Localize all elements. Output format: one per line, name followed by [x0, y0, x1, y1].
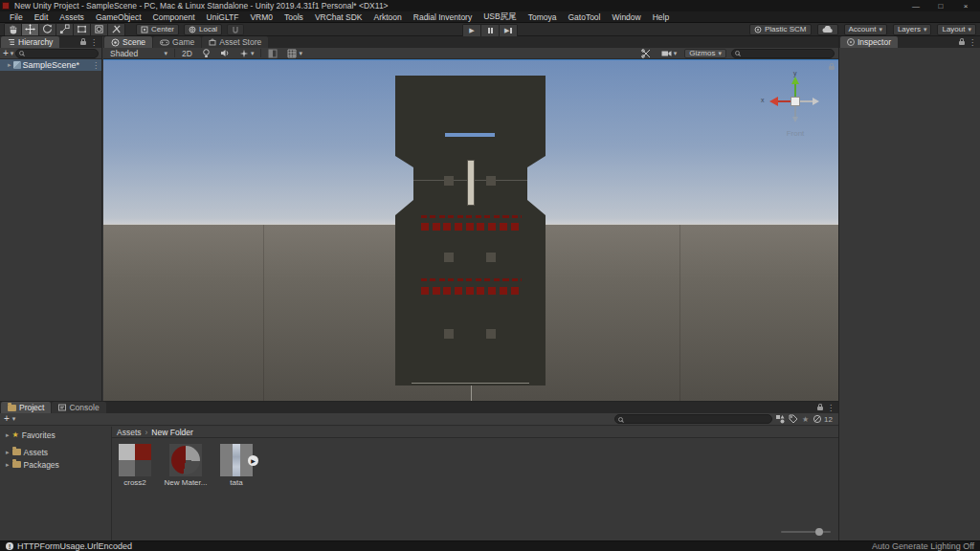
snap-settings-button[interactable]: [227, 24, 244, 35]
x-axis-handle[interactable]: [769, 97, 778, 106]
gizmos-dropdown[interactable]: Gizmos ▾: [684, 49, 726, 58]
add-asset-button[interactable]: +: [4, 415, 10, 423]
orientation-gizmo[interactable]: y x Front: [768, 74, 823, 129]
scale-tool-button[interactable]: [56, 24, 73, 35]
asset-item-tata[interactable]: ▶ tata: [217, 444, 256, 487]
menu-radial-inventory[interactable]: Radial Inventory: [408, 12, 478, 22]
scene-lighting-toggle[interactable]: [199, 49, 213, 58]
layout-dropdown[interactable]: Layout ▾: [937, 24, 976, 35]
scene-camera-dropdown[interactable]: ▾: [658, 50, 680, 57]
tab-scene[interactable]: Scene: [104, 36, 152, 48]
hierarchy-search-input[interactable]: [15, 49, 99, 58]
custom-tool-button[interactable]: [108, 24, 124, 35]
kebab-menu-icon[interactable]: ⋮: [827, 404, 835, 412]
view-orientation-label[interactable]: Front: [768, 129, 823, 138]
tab-game[interactable]: Game: [153, 36, 201, 48]
scene-visibility-toggle[interactable]: [265, 49, 280, 58]
tab-inspector[interactable]: Inspector: [840, 36, 898, 48]
menu-tomoya[interactable]: Tomoya: [523, 12, 563, 22]
neg-x-axis-handle[interactable]: [813, 98, 819, 105]
minimize-button[interactable]: —: [903, 0, 928, 11]
step-button[interactable]: ▶: [500, 25, 517, 36]
kebab-menu-icon[interactable]: ⋮: [90, 38, 98, 47]
orientation-toggle-button[interactable]: Local: [184, 24, 222, 35]
move-tool-button[interactable]: [22, 24, 38, 35]
info-icon[interactable]: !: [6, 542, 13, 550]
lock-icon[interactable]: [817, 407, 823, 410]
menu-file[interactable]: File: [4, 12, 29, 22]
z-axis-handle[interactable]: [792, 117, 798, 122]
tree-item-favorites[interactable]: ▸ ★ Favorites: [0, 429, 111, 441]
cloud-button[interactable]: [817, 24, 838, 35]
breadcrumb-assets[interactable]: Assets: [117, 428, 142, 437]
scene-tool-settings-button[interactable]: [638, 49, 654, 58]
hierarchy-item-samplescene[interactable]: ▸ SampleScene* ⋮: [0, 59, 101, 71]
pivot-toggle-button[interactable]: Center: [136, 24, 179, 35]
transform-tool-button[interactable]: [91, 24, 107, 35]
kebab-menu-icon[interactable]: ⋮: [969, 38, 976, 47]
pause-button[interactable]: [481, 25, 499, 36]
scene-viewport[interactable]: y x Front: [103, 59, 838, 401]
add-gameobject-button[interactable]: +: [3, 50, 9, 57]
menu-vrm0[interactable]: VRM0: [244, 12, 278, 22]
hidden-packages-toggle[interactable]: 12: [813, 414, 833, 424]
expand-arrow-icon[interactable]: ▸: [6, 449, 10, 456]
chevron-down-icon[interactable]: ▾: [11, 50, 14, 57]
kebab-menu-icon[interactable]: ⋮: [92, 61, 100, 70]
asset-item-cross2[interactable]: cross2: [116, 444, 154, 487]
slider-knob[interactable]: [815, 528, 823, 536]
tab-console[interactable]: Console: [52, 402, 105, 413]
lock-icon[interactable]: [80, 41, 86, 45]
chevron-down-icon[interactable]: ▾: [12, 415, 16, 423]
y-axis-handle[interactable]: [791, 77, 799, 84]
menu-gatotool[interactable]: GatoTool: [562, 12, 606, 22]
hand-tool-button[interactable]: [5, 24, 21, 35]
subasset-expand-button[interactable]: ▶: [248, 455, 258, 466]
expand-arrow-icon[interactable]: ▸: [6, 431, 10, 439]
rotate-tool-button[interactable]: [39, 24, 56, 35]
status-message[interactable]: HTTPFormUsage.UrlEncoded: [17, 541, 132, 551]
maximize-button[interactable]: □: [928, 0, 953, 11]
scene-audio-toggle[interactable]: [217, 49, 233, 57]
search-by-label-button[interactable]: [789, 414, 798, 424]
asset-item-new-material[interactable]: New Mater...: [167, 444, 205, 487]
scene-effects-dropdown[interactable]: ▾: [236, 49, 257, 58]
account-dropdown[interactable]: Account ▾: [844, 24, 887, 35]
menu-edit[interactable]: Edit: [29, 12, 55, 22]
menu-assets[interactable]: Assets: [54, 12, 90, 22]
layers-dropdown[interactable]: Layers ▾: [893, 24, 932, 35]
lock-icon[interactable]: [959, 41, 965, 45]
auto-generate-lighting-status[interactable]: Auto Generate Lighting Off: [872, 541, 974, 551]
menu-help[interactable]: Help: [647, 12, 675, 22]
menu-unigltf[interactable]: UniGLTF: [201, 12, 245, 22]
menu-component[interactable]: Component: [147, 12, 201, 22]
gizmo-center-cube[interactable]: [791, 97, 800, 106]
menu-vrchat-sdk[interactable]: VRChat SDK: [309, 12, 368, 22]
thumbnail-size-slider[interactable]: [781, 528, 831, 536]
breadcrumb-current-folder[interactable]: New Folder: [151, 428, 192, 437]
menu-arktoon[interactable]: Arktoon: [368, 12, 407, 22]
tree-item-assets[interactable]: ▸ Assets: [0, 446, 111, 458]
2d-toggle-button[interactable]: 2D: [179, 49, 195, 58]
plastic-scm-button[interactable]: Plastic SCM: [749, 24, 812, 35]
close-button[interactable]: ×: [953, 0, 978, 11]
tab-hierarchy[interactable]: Hierarchy: [1, 36, 59, 48]
selected-mesh-object[interactable]: [395, 76, 546, 386]
tree-item-packages[interactable]: ▸ Packages: [0, 458, 111, 471]
saved-search-star-button[interactable]: ★: [802, 415, 809, 424]
rect-tool-button[interactable]: [74, 24, 90, 35]
menu-usb-tail[interactable]: USB尻尾: [478, 11, 522, 23]
scene-search-input[interactable]: [731, 49, 835, 58]
shading-mode-dropdown[interactable]: Shaded ▾: [107, 49, 170, 58]
grid-settings-dropdown[interactable]: ▾: [284, 49, 305, 58]
menu-window[interactable]: Window: [606, 12, 646, 22]
tab-project[interactable]: Project: [1, 402, 51, 413]
menu-gameobject[interactable]: GameObject: [90, 12, 147, 22]
expand-arrow-icon[interactable]: ▸: [8, 61, 11, 69]
menu-tools[interactable]: Tools: [278, 12, 309, 22]
play-button[interactable]: ▶: [463, 25, 480, 36]
gizmo-lock-icon[interactable]: [829, 64, 835, 70]
search-by-type-button[interactable]: [775, 414, 785, 424]
tab-asset-store[interactable]: Asset Store: [202, 36, 268, 48]
expand-arrow-icon[interactable]: ▸: [6, 461, 10, 469]
